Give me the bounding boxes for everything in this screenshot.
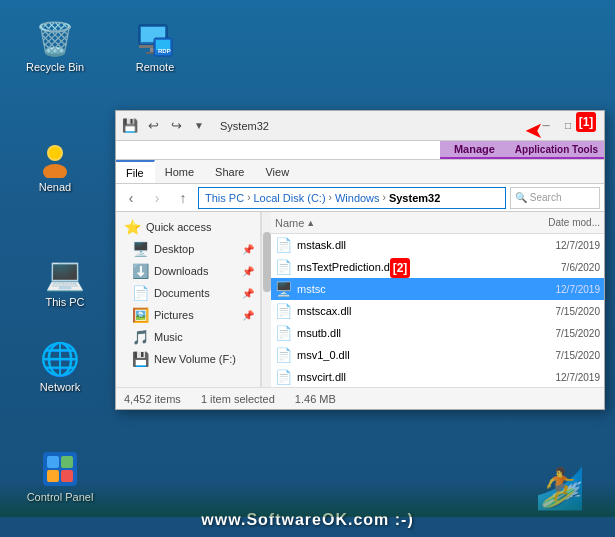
quick-access-toolbar: 💾 ↩ ↪ ▼ System32: [116, 114, 536, 138]
file-row-msutb[interactable]: 📄 msutb.dll 7/15/2020: [271, 322, 604, 344]
address-path[interactable]: This PC › Local Disk (C:) › Windows › Sy…: [198, 187, 506, 209]
nav-pictures[interactable]: 🖼️ Pictures 📌: [116, 304, 260, 326]
nenad-image: [35, 139, 75, 179]
qat-save[interactable]: 💾: [120, 116, 140, 136]
tab-file[interactable]: File: [116, 160, 155, 183]
nenad-label: Nenad: [39, 181, 71, 193]
msv1-file-date: 7/15/2020: [520, 350, 600, 361]
file-row-mstsc[interactable]: 🖥️ mstsc 12/7/2019: [271, 278, 604, 300]
downloads-label: Downloads: [154, 265, 235, 277]
recycle-bin-icon[interactable]: 🗑️ Recycle Bin: [15, 15, 95, 77]
recycle-bin-label: Recycle Bin: [26, 61, 84, 73]
title-bar: 💾 ↩ ↪ ▼ System32 ─ □ ✕: [116, 111, 604, 141]
nav-music[interactable]: 🎵 Music: [116, 326, 260, 348]
quick-access-icon: ⭐: [124, 219, 141, 235]
mstask-file-name: mstask.dll: [297, 239, 515, 251]
content-area: ⭐ Quick access 🖥️ Desktop 📌 ⬇️ Downloads…: [116, 212, 604, 387]
mstscax-file-icon: 📄: [275, 303, 292, 319]
path-sep-3: ›: [383, 192, 386, 203]
selected-size: 1.46 MB: [295, 393, 336, 405]
network-label: Network: [40, 381, 80, 393]
path-system32[interactable]: System32: [389, 192, 440, 204]
file-row-mstextprediction[interactable]: 📄 msTextPrediction.dll 7/6/2020: [271, 256, 604, 278]
nav-quick-access[interactable]: ⭐ Quick access: [116, 216, 260, 238]
up-button[interactable]: ↑: [172, 187, 194, 209]
ribbon-tabs: File Home Share View: [116, 160, 604, 184]
mstsc-file-date: 12/7/2019: [520, 284, 600, 295]
mstscax-file-date: 7/15/2020: [520, 306, 600, 317]
recycle-bin-image: 🗑️: [35, 19, 75, 59]
window-title: System32: [220, 120, 269, 132]
search-placeholder: 🔍 Search: [515, 192, 561, 203]
sort-arrow: ▲: [306, 218, 315, 228]
new-volume-icon: 💾: [132, 351, 149, 367]
tab-home[interactable]: Home: [155, 160, 205, 183]
remote-icon[interactable]: RDP Remote: [115, 15, 195, 77]
svg-point-9: [43, 164, 67, 178]
network-icon[interactable]: 🌐 Network: [25, 335, 95, 397]
path-windows[interactable]: Windows: [335, 192, 380, 204]
file-row-mstask[interactable]: 📄 mstask.dll 12/7/2019: [271, 234, 604, 256]
network-image: 🌐: [40, 339, 80, 379]
path-local-disk[interactable]: Local Disk (C:): [253, 192, 325, 204]
application-tools-label: Application Tools: [509, 141, 604, 159]
svg-rect-14: [47, 470, 59, 482]
this-pc-icon[interactable]: 💻 This PC: [30, 250, 100, 312]
qat-more[interactable]: ▼: [189, 116, 209, 136]
pictures-icon: 🖼️: [132, 307, 149, 323]
item-count: 4,452 items: [124, 393, 181, 405]
quick-access-label: Quick access: [146, 221, 254, 233]
documents-pin: 📌: [242, 288, 254, 299]
mstsc-file-icon: 🖥️: [275, 281, 292, 297]
this-pc-image: 💻: [45, 254, 85, 294]
pictures-pin: 📌: [242, 310, 254, 321]
ribbon-spacer: [116, 141, 440, 159]
col-name-label: Name: [275, 217, 304, 229]
nenad-icon[interactable]: Nenad: [15, 135, 95, 197]
svg-rect-15: [61, 470, 73, 482]
tab-view[interactable]: View: [255, 160, 300, 183]
nav-downloads[interactable]: ⬇️ Downloads 📌: [116, 260, 260, 282]
file-row-msvcirt[interactable]: 📄 msvcirt.dll 12/7/2019: [271, 366, 604, 387]
annotation-badge-2: [2]: [390, 258, 410, 278]
svg-rect-13: [61, 456, 73, 468]
desktop-nav-label: Desktop: [154, 243, 235, 255]
nav-scrollbar[interactable]: [261, 212, 271, 387]
qat-redo[interactable]: ↪: [166, 116, 186, 136]
msv1-file-name: msv1_0.dll: [297, 349, 515, 361]
file-list: Name ▲ Date mod... 📄 mstask.dll 12/7/201…: [271, 212, 604, 387]
maximize-button[interactable]: □: [558, 117, 578, 135]
forward-button[interactable]: ›: [146, 187, 168, 209]
path-this-pc[interactable]: This PC: [205, 192, 244, 204]
path-sep-1: ›: [247, 192, 250, 203]
mstask-file-icon: 📄: [275, 237, 292, 253]
qat-undo[interactable]: ↩: [143, 116, 163, 136]
msvcirt-file-date: 12/7/2019: [520, 372, 600, 383]
msvcirt-file-icon: 📄: [275, 369, 292, 385]
file-row-mstscax[interactable]: 📄 mstscax.dll 7/15/2020: [271, 300, 604, 322]
col-name-header[interactable]: Name ▲: [275, 217, 516, 229]
grass-decoration: [0, 482, 615, 517]
mstscax-file-name: mstscax.dll: [297, 305, 515, 317]
nav-desktop[interactable]: 🖥️ Desktop 📌: [116, 238, 260, 260]
remote-label: Remote: [136, 61, 175, 73]
file-rows: 📄 mstask.dll 12/7/2019 📄 msTextPredictio…: [271, 234, 604, 387]
file-row-msv1[interactable]: 📄 msv1_0.dll 7/15/2020: [271, 344, 604, 366]
minimize-button[interactable]: ─: [536, 117, 556, 135]
back-button[interactable]: ‹: [120, 187, 142, 209]
explorer-window: 💾 ↩ ↪ ▼ System32 ─ □ ✕ Manage Applicatio…: [115, 110, 605, 410]
status-bar: 4,452 items 1 item selected 1.46 MB: [116, 387, 604, 409]
annotation-badge-1: [1]: [576, 112, 596, 132]
downloads-icon: ⬇️: [132, 263, 149, 279]
desktop-nav-icon: 🖥️: [132, 241, 149, 257]
nav-documents[interactable]: 📄 Documents 📌: [116, 282, 260, 304]
col-date-header[interactable]: Date mod...: [520, 217, 600, 228]
music-icon: 🎵: [132, 329, 149, 345]
path-sep-2: ›: [329, 192, 332, 203]
tab-share[interactable]: Share: [205, 160, 255, 183]
mstsc-file-name: mstsc: [297, 283, 515, 295]
search-box[interactable]: 🔍 Search: [510, 187, 600, 209]
nav-scroll-thumb[interactable]: [263, 232, 271, 292]
manage-tab[interactable]: Manage: [440, 141, 509, 159]
nav-new-volume[interactable]: 💾 New Volume (F:): [116, 348, 260, 370]
